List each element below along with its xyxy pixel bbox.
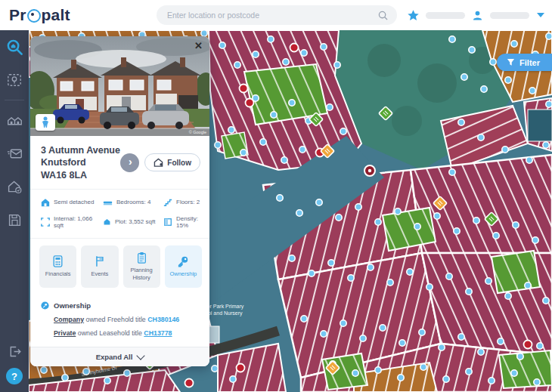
account-chevron-down-icon[interactable] [537, 13, 544, 17]
top-header: Prpalt [0, 0, 552, 30]
favorites-star-icon[interactable] [407, 9, 420, 22]
mail-icon [7, 146, 23, 162]
tab-ownership[interactable]: Ownership [165, 245, 202, 288]
ownership-row-leasehold: Private owned Leasehold title CH13778 [54, 329, 199, 337]
close-icon[interactable]: ✕ [194, 41, 203, 51]
calculator-icon [52, 255, 64, 267]
search-input[interactable] [166, 10, 378, 20]
app-logo[interactable]: Prpalt [9, 6, 70, 24]
left-sidebar: ? [0, 30, 29, 392]
sidebar-divider [5, 100, 24, 100]
property-title: 3 Autumn Avenue Knutsford WA16 8LA [41, 144, 120, 181]
tab-events[interactable]: Events [81, 245, 118, 288]
property-card: ✕ © Google 3 Autumn Avenue Knutsford WA1… [30, 36, 209, 366]
logo-compass-icon [27, 9, 41, 23]
pegman-icon [41, 116, 50, 128]
sidebar-item-area-select[interactable] [0, 63, 29, 97]
search-house-icon [6, 39, 23, 56]
logout-icon [8, 344, 22, 359]
location-search[interactable] [157, 5, 397, 25]
flag-icon [94, 255, 105, 267]
ownership-heading: Ownership [54, 301, 91, 310]
help-button[interactable]: ? [6, 368, 23, 384]
sidebar-item-logout[interactable] [0, 335, 29, 368]
help-icon: ? [11, 371, 17, 382]
area-select-icon [7, 73, 22, 88]
filter-button[interactable]: Filter [497, 54, 552, 71]
next-property-button[interactable]: › [120, 153, 139, 172]
streetview-photo[interactable]: ✕ © Google [30, 36, 209, 136]
fact-plot-area: Plot: 3,552 sqft [103, 215, 163, 229]
follow-house-icon [154, 158, 163, 167]
title-link-freehold[interactable]: CH380146 [147, 316, 179, 323]
filter-label: Filter [519, 58, 540, 67]
follow-label: Follow [167, 159, 191, 167]
title-link-leasehold[interactable]: CH13778 [144, 329, 172, 337]
house-icon [41, 198, 50, 207]
fact-internal-area: Internal: 1,066 sqft [41, 215, 103, 229]
card-tabs: Financials Events Planning History [30, 239, 209, 295]
chevron-right-icon: › [129, 156, 132, 168]
header-placeholder-pill [426, 12, 465, 19]
property-facts: Semi detached Bedrooms: 4 Floors: 2 [30, 190, 209, 238]
funnel-icon [507, 58, 515, 66]
density-icon [163, 218, 172, 227]
home-check-icon [7, 179, 23, 195]
app-window: Manor Park Primary School and Nursery Su… [0, 0, 552, 392]
clipboard-icon [137, 252, 147, 264]
user-avatar-icon[interactable] [471, 9, 484, 22]
username-placeholder-pill [490, 12, 529, 19]
follow-button[interactable]: Follow [144, 153, 200, 171]
key-icon [177, 255, 189, 267]
ownership-section: Ownership Company owned Freehold title C… [30, 295, 209, 347]
search-icon[interactable] [378, 11, 388, 20]
selected-target-marker[interactable] [364, 165, 375, 176]
ownership-row-freehold: Company owned Freehold title CH380146 [54, 316, 199, 323]
save-icon [8, 213, 22, 227]
plot-icon [103, 218, 111, 226]
fact-density: Density: 15% [163, 215, 209, 229]
sidebar-item-search[interactable] [0, 30, 29, 63]
bed-icon [103, 198, 113, 207]
sidebar-item-saved[interactable] [0, 203, 29, 236]
expand-icon [41, 218, 50, 227]
fact-floors: Floors: 2 [163, 198, 209, 207]
logo-text-suffix: palt [42, 6, 70, 24]
logo-text-prefix: Pr [9, 6, 26, 24]
sidebar-item-portfolio[interactable] [0, 103, 29, 137]
tab-planning-history[interactable]: Planning History [123, 245, 160, 288]
fact-property-type: Semi detached [41, 198, 103, 207]
expand-all-button[interactable]: Expand All [30, 347, 209, 366]
stairs-icon [163, 198, 172, 207]
sidebar-item-home-verified[interactable] [0, 170, 29, 203]
tab-financials[interactable]: Financials [39, 245, 76, 288]
streetview-pegman-button[interactable] [36, 114, 55, 131]
portfolio-houses-icon [7, 113, 23, 128]
sidebar-item-messages[interactable] [0, 137, 29, 170]
key-bullet-icon [41, 301, 49, 310]
photo-credit: © Google [189, 130, 206, 134]
chevron-down-icon [137, 351, 145, 360]
streetview-scene [30, 36, 209, 136]
fact-bedrooms: Bedrooms: 4 [103, 198, 163, 207]
